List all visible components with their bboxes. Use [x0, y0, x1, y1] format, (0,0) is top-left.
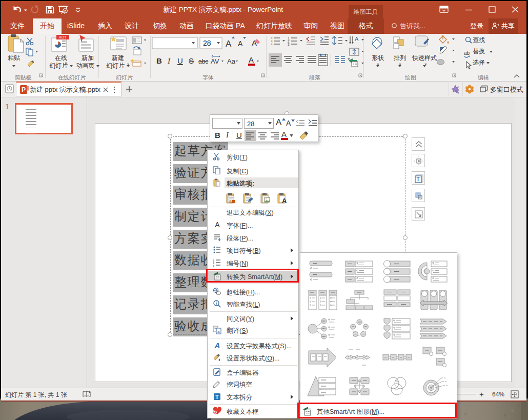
svg-text:U: U	[177, 56, 183, 65]
svg-text:AV: AV	[211, 57, 219, 65]
svg-text:A: A	[355, 36, 359, 42]
svg-text:ab: ab	[464, 50, 470, 56]
svg-text:3: 3	[213, 264, 214, 267]
svg-text:HOT: HOT	[59, 35, 67, 39]
svg-text:T: T	[417, 176, 420, 182]
svg-text:I: I	[167, 57, 171, 65]
svg-text:B: B	[156, 56, 162, 65]
svg-text:A: A	[226, 39, 232, 49]
svg-text:28: 28	[203, 39, 211, 47]
svg-text:P: P	[22, 86, 26, 93]
svg-text:A: A	[249, 55, 254, 64]
svg-text:abc: abc	[198, 58, 208, 65]
svg-text:S: S	[189, 56, 194, 65]
svg-text:Aa: Aa	[227, 57, 236, 65]
svg-text:A: A	[282, 197, 287, 204]
svg-text:a: a	[217, 329, 220, 334]
svg-text:T: T	[215, 394, 219, 400]
svg-text:3: 3	[288, 43, 290, 46]
svg-text:A: A	[238, 39, 243, 48]
